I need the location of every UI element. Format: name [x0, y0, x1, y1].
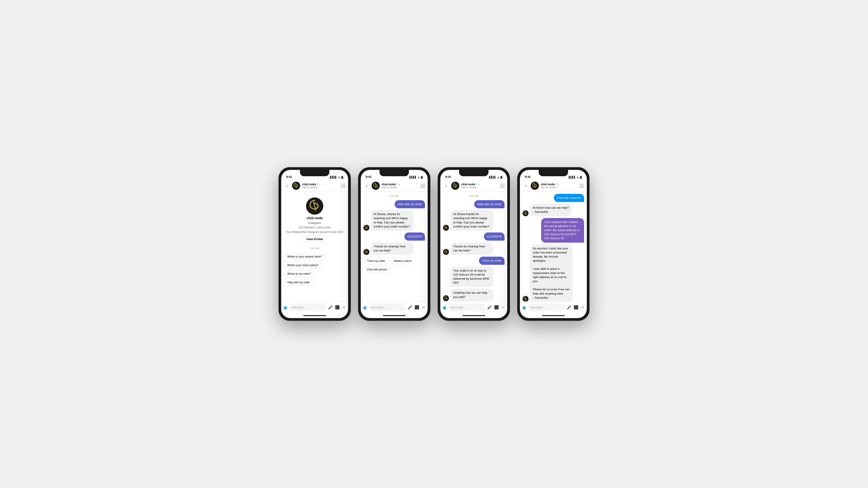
bubble-received-5: Your order it on its way to 120 Unicorn … — [450, 267, 493, 287]
home-bar — [542, 315, 565, 316]
bubble-sent-0: Help with my order — [474, 200, 504, 208]
quick-reply-0[interactable]: Track my order — [364, 258, 388, 264]
message-received-3: Thanks for sharing! How can we help? — [443, 242, 504, 255]
signal-icon: ▌▌▌▌ — [569, 176, 576, 178]
quick-reply-0[interactable]: Where is your nearest store? — [284, 253, 326, 260]
profile-stats: 27K followers • 1041 posts — [299, 226, 331, 229]
phone-4: 9:41 ▌▌▌▌ ▲ ▓ ‹ club:soda ✓ › — [517, 167, 590, 321]
notch — [300, 170, 329, 176]
bubble-received-3: No worries! Looks like your order has be… — [530, 245, 573, 302]
phone-3: 9:41 ▌▌▌▌ ▲ ▓ ‹ club:soda ✓ › — [438, 167, 510, 321]
phone-screen: 9:41 ▌▌▌▌ ▲ ▓ ‹ club:soda ✓ › — [440, 170, 507, 318]
quick-reply-2[interactable]: Where is my order? — [284, 270, 314, 277]
video-call-icon[interactable]: ⬜ — [579, 183, 584, 188]
message-sent-0: Help with my order — [364, 200, 425, 208]
bubble-sent-2: #12345678 — [484, 232, 504, 240]
chevron-icon: › — [478, 183, 479, 186]
video-call-icon[interactable]: ⬜ — [340, 183, 345, 188]
video-call-icon[interactable]: ⬜ — [420, 183, 425, 188]
bubble-received-6: Anything else we can help you with? — [450, 289, 493, 301]
wifi-icon: ▲ — [338, 176, 340, 178]
image-icon[interactable]: ⬛ — [574, 305, 579, 310]
mic-icon[interactable]: 🎤 — [328, 305, 333, 310]
nav-info: club:soda ✓ › Tap for details — [541, 183, 577, 189]
verified-badge: ✓ — [475, 183, 477, 186]
message-input[interactable]: Message... — [369, 304, 406, 311]
emoji-icon[interactable]: ☺ — [501, 305, 505, 310]
image-icon[interactable]: ⬛ — [335, 305, 340, 310]
mic-icon[interactable]: 🎤 — [487, 305, 492, 310]
phone-screen: 9:41 ▌▌▌▌ ▲ ▓ ‹ club:soda ✓ › — [361, 170, 428, 318]
battery-icon: ▓ — [500, 176, 502, 178]
mic-icon[interactable]: 🎤 — [408, 305, 412, 310]
emoji-icon[interactable]: ☺ — [422, 305, 426, 310]
back-button[interactable]: ‹ — [523, 183, 529, 189]
profile-name: club:soda — [307, 216, 323, 220]
nav-subtitle: Tap for details — [541, 186, 577, 189]
camera-icon[interactable]: ◉ — [442, 305, 446, 310]
profile-section: club:soda Instagram 27K followers • 1041… — [284, 194, 345, 244]
camera-icon[interactable]: ◉ — [522, 305, 526, 310]
nav-info: club:soda ✓ › Tap for details — [381, 183, 418, 189]
phone-screen: 9:41 ▌▌▌▌ ▲ ▓ ‹ club:soda ✓ › — [281, 170, 348, 318]
home-indicator — [281, 313, 348, 318]
emoji-icon[interactable]: ☺ — [581, 305, 585, 310]
mic-icon[interactable]: 🎤 — [567, 305, 571, 310]
camera-icon[interactable]: ◉ — [363, 305, 367, 310]
bubble-received-1: Hi Shane thanks for reaching out! We're … — [450, 210, 493, 231]
phone-screen: 9:41 ▌▌▌▌ ▲ ▓ ‹ club:soda ✓ › — [520, 170, 587, 318]
back-button[interactable]: ‹ — [284, 183, 290, 189]
message-sent-2: #12345678 — [364, 232, 425, 240]
home-bar — [303, 315, 326, 316]
quick-reply-1[interactable]: What's your return policy? — [284, 262, 322, 269]
status-icons: ▌▌▌▌ ▲ ▓ — [489, 176, 502, 178]
nav-bar: ‹ club:soda ✓ › Tap for details ⬜ — [440, 180, 507, 192]
message-input[interactable]: Message... — [289, 304, 326, 311]
verified-badge: ✓ — [555, 183, 557, 186]
chevron-icon: › — [399, 183, 400, 186]
message-received-1: Hi Shane, thanks for reaching out! We're… — [364, 210, 425, 231]
quick-reply-2[interactable]: Chat with person — [364, 266, 391, 273]
bot-avatar-1 — [443, 225, 449, 231]
home-bar — [463, 315, 485, 316]
status-icons: ▌▌▌▌ ▲ ▓ — [410, 176, 423, 178]
image-icon[interactable]: ⬛ — [494, 305, 499, 310]
wifi-icon: ▲ — [577, 176, 579, 178]
nav-avatar — [372, 182, 380, 190]
emoji-icon[interactable]: ☺ — [342, 305, 346, 310]
camera-icon[interactable]: ◉ — [283, 305, 287, 310]
quick-reply-3[interactable]: Help with my order — [284, 279, 313, 286]
bubble-sent-2: I just realized that I added the wrong a… — [541, 218, 584, 242]
bubble-sent-0: Chat with a person — [554, 194, 584, 202]
chat-area: Chat with a person Hi there! How can we … — [520, 192, 587, 301]
profile-since: You followed this Instagram account sinc… — [286, 230, 343, 234]
message-input[interactable]: Message... — [448, 304, 485, 311]
message-input[interactable]: Message... — [528, 304, 565, 311]
back-button[interactable]: ‹ — [364, 183, 370, 189]
signal-icon: ▌▌▌▌ — [489, 176, 496, 178]
notch — [379, 170, 409, 176]
video-call-icon[interactable]: ⬜ — [500, 183, 504, 188]
wifi-icon: ▲ — [497, 176, 500, 178]
notch — [459, 170, 489, 176]
nav-name: club:soda ✓ › — [381, 183, 418, 186]
nav-name: club:soda ✓ › — [461, 183, 498, 186]
input-icons: 🎤 ⬛ ☺ — [487, 305, 505, 310]
back-button[interactable]: ‹ — [443, 183, 450, 189]
nav-bar: ‹ club:soda ✓ › Tap for details ⬜ — [361, 180, 428, 192]
timestamp: 9:41 AM — [364, 195, 425, 197]
nav-name: club:soda ✓ › — [302, 183, 339, 186]
status-time: 9:41 — [366, 175, 372, 178]
message-input-bar: ◉ Message... 🎤 ⬛ ☺ — [520, 301, 587, 313]
wifi-icon: ▲ — [417, 176, 420, 178]
bubble-sent-0: Help with my order — [395, 200, 425, 208]
verified-badge: ✓ — [316, 183, 318, 186]
view-profile-button[interactable]: View Profile — [303, 236, 327, 242]
nav-subtitle: Tap for details — [302, 186, 339, 189]
message-received-1: Hi Shane thanks for reaching out! We're … — [443, 210, 504, 231]
timestamp: 9:41 AM — [443, 195, 504, 197]
image-icon[interactable]: ⬛ — [414, 305, 419, 310]
quick-reply-1[interactable]: Initiate a return — [390, 258, 415, 264]
home-indicator — [520, 313, 587, 318]
status-icons: ▌▌▌▌ ▲ ▓ — [569, 176, 582, 178]
